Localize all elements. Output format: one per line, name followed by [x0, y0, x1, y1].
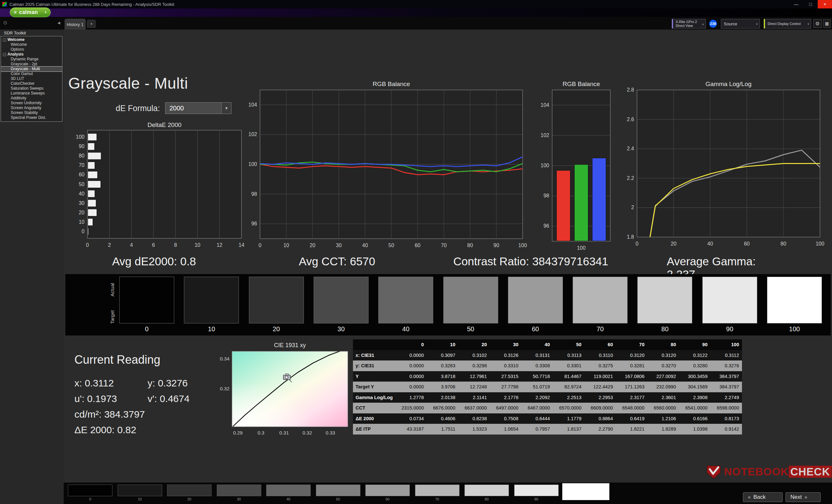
table-cell: 2.1778: [490, 392, 521, 403]
pattern-button-100[interactable]: [562, 483, 609, 500]
table-cell: 6637.0000: [458, 403, 490, 413]
pattern-button-90[interactable]: [514, 484, 559, 496]
sidebar-item-screen-stability[interactable]: Screen Stability: [1, 110, 62, 115]
pattern-button-60[interactable]: [365, 484, 410, 496]
pattern-level-label: 30: [217, 497, 261, 501]
sidebar-item-welcome[interactable]: Welcome: [1, 42, 62, 47]
maximize-button[interactable]: □: [803, 0, 818, 8]
settings-button[interactable]: ⚙: [813, 19, 822, 28]
menubar-gradient: [0, 8, 832, 17]
sidebar-item-luminance-sweeps[interactable]: Luminance Sweeps: [1, 91, 62, 96]
rgb-balance-line-chart: RGB Balance01020304050607080901009698100…: [239, 78, 532, 254]
table-row-label: Gamma Log/Log: [353, 392, 395, 403]
sidebar-item-3d-lut[interactable]: 3D LUT: [1, 76, 62, 81]
table-cell: 0.7957: [521, 424, 553, 435]
table-cell: 0.6419: [616, 413, 647, 424]
sidebar-item-grayscale-multi[interactable]: Grayscale - Multi: [1, 66, 62, 72]
svg-text:60: 60: [415, 243, 420, 248]
table-cell: 2.1141: [458, 392, 490, 403]
pattern-level-label: 0: [68, 497, 112, 501]
layout-button[interactable]: ▦: [823, 19, 831, 28]
next-button[interactable]: Next »: [785, 492, 821, 502]
tree-group-analysis[interactable]: −Analysis: [1, 52, 62, 57]
sidebar-item-colorchecker[interactable]: ColorChecker: [1, 81, 62, 86]
grayscale-swatch-30: [314, 277, 368, 324]
svg-text:2.4: 2.4: [627, 146, 634, 151]
meter-dropdown[interactable]: X-Rite i1Pro 2 Direct View ▼: [672, 19, 706, 29]
table-header-cell: 70: [616, 339, 647, 350]
table-cell: 0.3122: [679, 350, 710, 361]
sidebar-item-saturation-sweeps[interactable]: Saturation Sweeps: [1, 86, 62, 91]
sidebar-item-grayscale-2pt[interactable]: Grayscale - 2pt: [1, 62, 62, 66]
table-cell: 171.1263: [616, 382, 647, 392]
svg-text:100: 100: [518, 243, 527, 248]
sidebar-item-options[interactable]: Options: [1, 47, 62, 52]
table-cell: 0.3110: [584, 350, 616, 361]
svg-text:10: 10: [195, 242, 201, 248]
grayscale-swatch-70: [573, 277, 628, 324]
sidebar-collapse-button[interactable]: ◀: [56, 20, 62, 26]
svg-text:CIE 1931 xy: CIE 1931 xy: [274, 342, 306, 348]
display-control-dropdown[interactable]: Direct Display Control ▼: [764, 19, 811, 29]
tab-history-1[interactable]: History 1: [65, 19, 85, 30]
pattern-button-20[interactable]: [167, 484, 212, 496]
sidebar-item-screen-angularity[interactable]: Screen Angularity: [1, 106, 62, 110]
svg-text:70: 70: [441, 243, 447, 248]
close-button[interactable]: ×: [818, 0, 832, 8]
meter-count-badge[interactable]: 238: [709, 20, 717, 28]
calman-menu-button[interactable]: ✳ calman ▼: [10, 7, 51, 17]
source-dropdown[interactable]: Source ▼: [721, 19, 760, 29]
tree-expander-icon[interactable]: −: [3, 53, 6, 56]
sidebar-item-screen-uniformity[interactable]: Screen Uniformity: [1, 101, 62, 106]
pattern-button-80[interactable]: [464, 484, 509, 496]
svg-text:80: 80: [79, 153, 84, 159]
tree-group-welcome[interactable]: −Welcome: [1, 37, 62, 42]
table-cell: 0.3097: [427, 350, 458, 361]
table-cell: 27.7798: [490, 382, 521, 392]
svg-text:0: 0: [82, 229, 84, 234]
de-formula-value: 2000: [165, 105, 221, 112]
table-cell: 0.3113: [553, 350, 584, 361]
pattern-button-10[interactable]: [118, 484, 162, 496]
chevron-down-icon: ▼: [44, 11, 47, 14]
grayscale-swatch-90: [702, 277, 757, 324]
minimize-button[interactable]: —: [789, 0, 803, 8]
back-button[interactable]: « Back: [743, 492, 783, 502]
sidebar-item-dynamic-range[interactable]: Dynamic Range: [1, 57, 62, 62]
pin-icon[interactable]: ⊙: [3, 20, 7, 26]
table-cell: 6609.0000: [584, 403, 616, 413]
rgb-balance-bar-chart: RGB Balance9698100102104100: [532, 78, 623, 254]
table-cell: 50.7718: [521, 371, 553, 382]
back-label: Back: [753, 494, 766, 500]
pattern-button-40[interactable]: [266, 484, 311, 496]
sidebar-item-additivity[interactable]: Additivity: [1, 96, 62, 101]
table-cell: 2.0138: [427, 392, 458, 403]
table-cell: 1.2106: [647, 413, 679, 424]
table-cell: 3.9706: [427, 382, 458, 392]
pattern-button-50[interactable]: [316, 484, 360, 496]
add-tab-button[interactable]: +: [87, 20, 96, 28]
de-formula-dropdown[interactable]: 2000 ▼: [165, 102, 231, 114]
svg-text:0.3: 0.3: [258, 430, 264, 436]
pattern-button-0[interactable]: [68, 484, 112, 496]
table-cell: 1.5323: [458, 424, 490, 435]
pattern-level-label: 50: [316, 497, 360, 501]
svg-text:0: 0: [636, 241, 639, 247]
swatch-level-label: 10: [184, 326, 239, 333]
table-cell: 1.7511: [427, 424, 458, 435]
svg-text:100: 100: [248, 161, 257, 167]
tree-expander-icon[interactable]: −: [3, 38, 6, 41]
grayscale-swatch-20: [249, 277, 304, 324]
svg-text:0.32: 0.32: [303, 430, 312, 436]
pattern-button-30[interactable]: [217, 484, 261, 496]
svg-text:12: 12: [216, 242, 222, 248]
sidebar-item-spectral-power-dist[interactable]: Spectral Power Dist.: [1, 115, 62, 120]
grayscale-swatch-40: [378, 277, 433, 324]
notebookcheck-watermark: NOTEBOOKCHECK: [706, 464, 832, 480]
svg-text:30: 30: [79, 200, 84, 206]
grayscale-swatch-50: [443, 277, 498, 324]
pattern-level-label: 90: [514, 497, 559, 501]
sidebar-item-color-gamut[interactable]: Color Gamut: [1, 72, 62, 76]
pattern-button-70[interactable]: [415, 484, 460, 496]
table-cell: 0.3301: [553, 361, 584, 371]
